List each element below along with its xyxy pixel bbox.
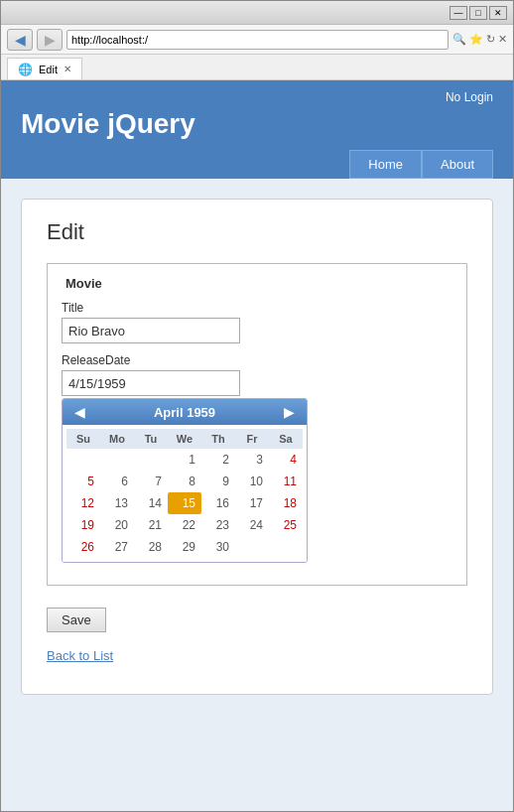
- search-icon: 🔍: [452, 33, 466, 46]
- app-content: No Login Movie jQuery Home About Edit Mo…: [1, 80, 513, 811]
- calendar-day[interactable]: 12: [66, 492, 100, 514]
- day-header-th: Th: [201, 431, 235, 447]
- calendar-day[interactable]: 7: [134, 471, 168, 492]
- calendar-day[interactable]: 27: [100, 536, 134, 558]
- browser-tab[interactable]: 🌐 Edit ✕: [7, 58, 82, 79]
- minimize-button[interactable]: —: [450, 6, 467, 20]
- content-box: Edit Movie Title ReleaseDate ◀: [21, 199, 493, 695]
- calendar-day[interactable]: 5: [66, 471, 100, 492]
- calendar-prev-button[interactable]: ◀: [70, 404, 89, 420]
- fieldset-legend: Movie: [62, 276, 452, 291]
- day-header-mo: Mo: [100, 431, 134, 447]
- calendar-day[interactable]: 26: [66, 536, 100, 558]
- calendar-day[interactable]: 2: [201, 449, 235, 471]
- address-icons: 🔍 ⭐ ↻ ✕: [452, 33, 507, 46]
- calendar-grid: Su Mo Tu We Th Fr Sa 1234567891011121314…: [63, 425, 307, 562]
- day-header-tu: Tu: [134, 431, 168, 447]
- calendar-day[interactable]: 29: [168, 536, 201, 558]
- calendar-day[interactable]: 17: [235, 492, 269, 514]
- day-header-sa: Sa: [269, 431, 303, 447]
- title-field-group: Title: [62, 301, 452, 343]
- title-input[interactable]: [62, 318, 240, 343]
- calendar-day[interactable]: 28: [134, 536, 168, 558]
- title-bar: — □ ✕: [1, 1, 513, 25]
- nav-bar: Home About: [21, 150, 493, 179]
- calendar-day[interactable]: 6: [100, 471, 134, 492]
- calendar-day: [100, 449, 134, 471]
- tab-favicon-icon: 🌐: [18, 63, 33, 76]
- calendar-day[interactable]: 13: [100, 492, 134, 514]
- release-label: ReleaseDate: [62, 353, 452, 367]
- forward-nav-button[interactable]: ▶: [37, 29, 63, 51]
- refresh-icon[interactable]: ↻: [486, 33, 495, 46]
- no-login-label: No Login: [21, 90, 493, 104]
- main-area: Edit Movie Title ReleaseDate ◀: [1, 179, 513, 811]
- day-header-we: We: [168, 431, 201, 447]
- calendar-day[interactable]: 22: [168, 514, 201, 536]
- calendar-day: [134, 449, 168, 471]
- calendar-month-label: April 1959: [154, 405, 215, 420]
- calendar-day[interactable]: 18: [269, 492, 303, 514]
- calendar-day: [66, 449, 100, 471]
- calendar-day[interactable]: 23: [201, 514, 235, 536]
- calendar-day[interactable]: 11: [269, 471, 303, 492]
- calendar: ◀ April 1959 ▶ Su Mo Tu We Th: [62, 398, 308, 563]
- tab-close-button[interactable]: ✕: [64, 64, 71, 74]
- back-to-list-link[interactable]: Back to List: [47, 648, 467, 663]
- address-bar: ◀ ▶ 🔍 ⭐ ↻ ✕: [1, 25, 513, 55]
- address-input[interactable]: [66, 30, 449, 50]
- calendar-days-header: Su Mo Tu We Th Fr Sa: [66, 429, 303, 449]
- calendar-day[interactable]: 1: [168, 449, 201, 471]
- title-label: Title: [62, 301, 452, 315]
- tab-label: Edit: [39, 64, 58, 75]
- app-title: Movie jQuery: [21, 108, 493, 140]
- tab-bar: 🌐 Edit ✕: [1, 55, 513, 80]
- calendar-day[interactable]: 10: [235, 471, 269, 492]
- day-header-su: Su: [66, 431, 100, 447]
- title-bar-buttons: — □ ✕: [450, 6, 507, 20]
- calendar-day[interactable]: 24: [235, 514, 269, 536]
- calendar-day[interactable]: 4: [269, 449, 303, 471]
- home-nav-button[interactable]: Home: [349, 150, 422, 179]
- calendar-day[interactable]: 15: [168, 492, 201, 514]
- release-field-group: ReleaseDate ◀ April 1959 ▶ Su: [62, 353, 452, 563]
- calendar-days-grid: 1234567891011121314151617181920212223242…: [66, 449, 303, 558]
- calendar-day[interactable]: 25: [269, 514, 303, 536]
- browser-window: — □ ✕ ◀ ▶ 🔍 ⭐ ↻ ✕ 🌐 Edit ✕ No Login Movi…: [0, 0, 514, 812]
- calendar-day[interactable]: 19: [66, 514, 100, 536]
- calendar-day: [235, 536, 269, 558]
- calendar-header: ◀ April 1959 ▶: [63, 399, 307, 425]
- close-button[interactable]: ✕: [489, 6, 507, 20]
- day-header-fr: Fr: [235, 431, 269, 447]
- movie-fieldset: Movie Title ReleaseDate ◀ April 1959: [47, 263, 467, 586]
- about-nav-button[interactable]: About: [422, 150, 493, 179]
- calendar-day[interactable]: 30: [201, 536, 235, 558]
- page-title: Edit: [47, 219, 467, 245]
- app-header: No Login Movie jQuery Home About: [1, 80, 513, 179]
- calendar-day: [269, 536, 303, 558]
- calendar-day[interactable]: 9: [201, 471, 235, 492]
- calendar-next-button[interactable]: ▶: [280, 404, 299, 420]
- calendar-day[interactable]: 8: [168, 471, 201, 492]
- save-button[interactable]: Save: [47, 608, 106, 632]
- stop-icon[interactable]: ✕: [498, 33, 507, 46]
- release-date-input[interactable]: [62, 370, 240, 396]
- maximize-button[interactable]: □: [469, 6, 487, 20]
- calendar-day[interactable]: 16: [201, 492, 235, 514]
- calendar-day[interactable]: 20: [100, 514, 134, 536]
- calendar-day[interactable]: 14: [134, 492, 168, 514]
- back-nav-button[interactable]: ◀: [7, 29, 33, 51]
- calendar-day[interactable]: 21: [134, 514, 168, 536]
- calendar-day[interactable]: 3: [235, 449, 269, 471]
- bookmark-icon: ⭐: [469, 33, 483, 46]
